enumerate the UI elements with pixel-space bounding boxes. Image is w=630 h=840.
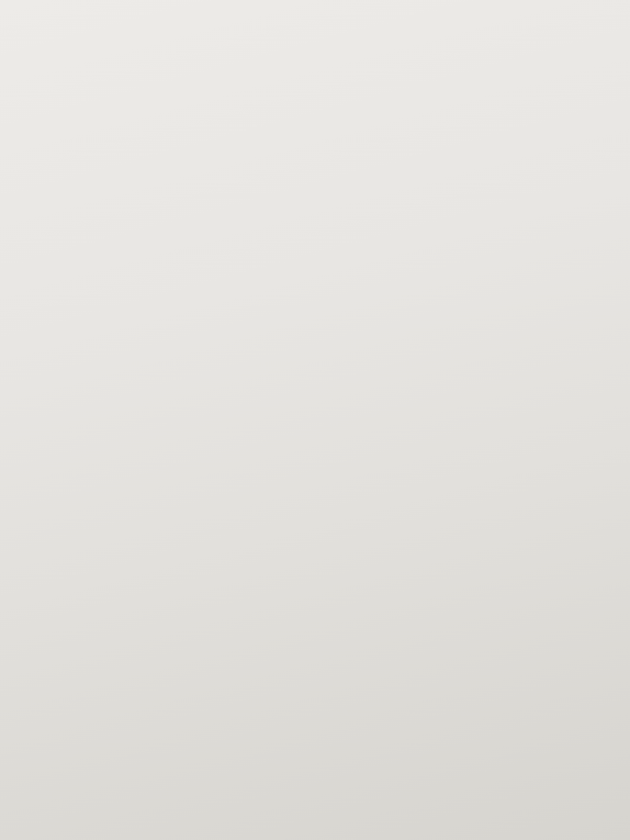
photo-scene: ♻ Recy Mic E Task Manag (0, 0, 630, 840)
